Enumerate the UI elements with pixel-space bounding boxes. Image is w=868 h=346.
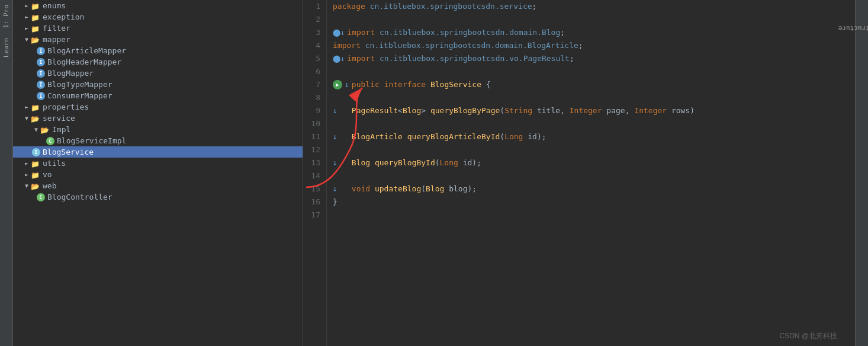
- run-icon-7[interactable]: ▶: [333, 80, 342, 89]
- arrow-exception: ►: [22, 14, 31, 20]
- badge-BlogController: C: [37, 193, 45, 201]
- folder-icon-service: [31, 114, 40, 122]
- close-13: );: [472, 156, 481, 169]
- badge-BlogHeaderMapper: I: [37, 58, 45, 66]
- folder-icon-enums: [31, 2, 40, 9]
- line-num-10: 10: [309, 117, 320, 130]
- tree-item-BlogController[interactable]: C BlogController: [13, 191, 303, 203]
- badge-BlogServiceImpl: C: [46, 137, 54, 145]
- tree-item-filter[interactable]: ► filter: [13, 23, 303, 34]
- structure-tab[interactable]: Z: Structure: [834, 23, 868, 33]
- iface-name: BlogService: [430, 78, 486, 91]
- tree-item-BlogServiceImpl[interactable]: C BlogServiceImpl: [13, 135, 303, 146]
- tree-item-mapper[interactable]: ▼ mapper: [13, 34, 303, 45]
- method-updateBlog: updateBlog: [375, 182, 421, 196]
- badge-ConsumerMapper: I: [37, 92, 45, 100]
- tree-item-ConsumerMapper[interactable]: I ConsumerMapper: [13, 90, 303, 101]
- tree-label-BlogTypeMapper: BlogTypeMapper: [47, 80, 112, 89]
- folder-icon-properties: [31, 103, 40, 111]
- badge-BlogService: I: [32, 148, 40, 156]
- tree-label-BlogMapper: BlogMapper: [47, 69, 94, 78]
- project-tab[interactable]: 1: Pro: [1, 0, 11, 33]
- learn-tab[interactable]: Learn: [1, 33, 11, 62]
- code-line-4: import cn.itbluebox.springbootcsdn.domai…: [333, 39, 849, 52]
- tree-label-exception: exception: [43, 12, 84, 21]
- type-blog-15: Blog: [426, 182, 449, 196]
- tree-item-utils[interactable]: ► utils: [13, 158, 303, 169]
- tree-item-enums[interactable]: ► enums: [13, 0, 303, 11]
- tree-item-web[interactable]: ▼ web: [13, 180, 303, 191]
- close-11: );: [537, 130, 546, 143]
- param-id-11: id: [528, 130, 537, 143]
- code-line-7: ▶ ↓ public interface BlogService {: [333, 78, 849, 91]
- kw-void: void: [352, 182, 375, 196]
- folder-icon-filter: [31, 24, 40, 32]
- line-num-13: 13: [309, 156, 320, 169]
- tree-label-enums: enums: [43, 1, 66, 10]
- tree-item-BlogMapper[interactable]: I BlogMapper: [13, 68, 303, 79]
- paren-open: (: [500, 104, 504, 117]
- sym-semi-3: ;: [560, 26, 565, 39]
- method-queryBlogArticleById: queryBlogArticleById: [407, 130, 500, 143]
- paren-close: ): [690, 104, 695, 117]
- tree-label-utils: utils: [43, 159, 66, 168]
- tree-item-service[interactable]: ▼ service: [13, 113, 303, 124]
- tree-item-Impl[interactable]: ▼ Impl: [13, 124, 303, 135]
- code-line-15: ↓ void updateBlog(Blog blog);: [333, 182, 849, 196]
- method-queryBlogById: queryBlogById: [375, 156, 435, 169]
- import-path-3: cn.itbluebox.springbootcsdn.domain.Blog: [380, 26, 560, 39]
- impl-icon-7: ↓: [345, 78, 349, 91]
- line-num-6: 6: [309, 65, 320, 78]
- arrow-web: ▼: [22, 182, 31, 189]
- tree-label-vo: vo: [43, 170, 52, 179]
- badge-BlogArticleMapper: I: [37, 47, 45, 55]
- impl-icon-15: ↓: [333, 182, 337, 196]
- tree-label-BlogService: BlogService: [43, 148, 94, 156]
- code-line-5: ⬤↓ import cn.itbluebox.springbootcsdn.vo…: [333, 52, 849, 65]
- tree-label-BlogController: BlogController: [47, 193, 112, 201]
- code-line-1: package cn.itbluebox.springbootcsdn.serv…: [333, 0, 849, 13]
- code-line-10: [333, 117, 849, 130]
- impl-icon-5: ⬤↓: [333, 52, 345, 65]
- line-num-11: 11: [309, 130, 320, 143]
- type-blog: Blog: [403, 104, 421, 117]
- type-integer: Integer: [570, 104, 607, 117]
- type-blog-13: Blog: [352, 156, 375, 169]
- tree-item-BlogArticleMapper[interactable]: I BlogArticleMapper: [13, 45, 303, 56]
- line-num-14: 14: [309, 169, 320, 182]
- type-long-11: Long: [504, 130, 528, 143]
- param-blog-15: blog: [449, 182, 467, 196]
- watermark: CSDN @北芳科技: [779, 331, 837, 341]
- tree-label-ConsumerMapper: ConsumerMapper: [47, 91, 112, 100]
- code-lines: package cn.itbluebox.springbootcsdn.serv…: [327, 0, 855, 346]
- line-num-2: 2: [309, 13, 320, 26]
- folder-icon-utils: [31, 159, 40, 167]
- paren-15: (: [421, 182, 426, 196]
- sym-semi-4: ;: [578, 39, 583, 52]
- kw-interface: interface: [384, 78, 430, 91]
- folder-icon-Impl: [40, 126, 50, 133]
- kw-import-3: import: [347, 26, 380, 39]
- tree-item-BlogService[interactable]: I BlogService: [13, 146, 303, 158]
- code-editor[interactable]: 1 2 3 4 5 6 7 8 9 10 11 12 13 14 15 16 1…: [303, 0, 855, 346]
- kw-import-5: import: [347, 52, 380, 65]
- paren-11: (: [500, 130, 504, 143]
- tree-label-service: service: [43, 114, 75, 123]
- tree-label-BlogArticleMapper: BlogArticleMapper: [47, 46, 126, 55]
- arrow-mapper: ▼: [22, 36, 31, 43]
- right-panel-tabs: Z: Structure: [855, 0, 868, 346]
- sym-semi: ;: [532, 0, 537, 13]
- tree-item-BlogHeaderMapper[interactable]: I BlogHeaderMapper: [13, 56, 303, 68]
- code-line-14: [333, 169, 849, 182]
- tree-label-mapper: mapper: [43, 35, 70, 44]
- param-rows: rows: [671, 104, 690, 117]
- tree-item-vo[interactable]: ► vo: [13, 169, 303, 180]
- folder-icon-vo: [31, 171, 40, 178]
- tree-item-BlogTypeMapper[interactable]: I BlogTypeMapper: [13, 79, 303, 90]
- param-title: title: [537, 104, 560, 117]
- method-queryBlogByPage: queryBlogByPage: [430, 104, 500, 117]
- tree-item-properties[interactable]: ► properties: [13, 101, 303, 113]
- kw-import-4: import: [333, 39, 365, 52]
- badge-BlogMapper: I: [37, 69, 45, 78]
- tree-item-exception[interactable]: ► exception: [13, 11, 303, 23]
